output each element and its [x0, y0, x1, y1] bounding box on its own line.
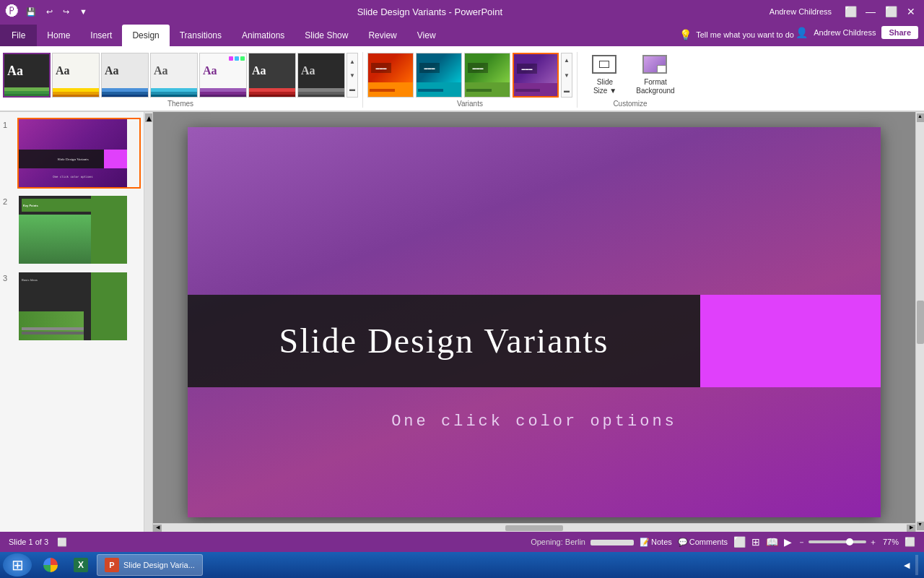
tab-transitions[interactable]: Transitions [170, 25, 232, 46]
variant-thumb-1[interactable]: ▬▬▬ [367, 53, 414, 98]
h-scroll-thumb[interactable] [505, 525, 563, 531]
slide-thumb-2[interactable]: Key Points [17, 194, 141, 265]
theme-thumb-4[interactable]: Aa [150, 53, 198, 98]
zoom-out-btn[interactable]: － [798, 537, 806, 548]
tab-file[interactable]: File [0, 25, 37, 46]
horizontal-scrollbar[interactable]: ◀ ▶ [153, 523, 915, 532]
tab-design[interactable]: Design [122, 25, 169, 46]
section-icon: ⬜ [57, 538, 67, 547]
slide-size-label: SlideSize ▼ [593, 78, 616, 95]
scroll-left-btn[interactable]: ◀ [153, 525, 162, 532]
theme-thumb-6[interactable]: Aa [248, 53, 296, 98]
slide-sorter-btn[interactable]: ⊞ [751, 536, 760, 548]
slide-canvas: Slide Design Variants One click color op… [188, 127, 881, 517]
taskbar-powerpoint[interactable]: P Slide Design Varia... [97, 554, 203, 576]
variants-group-label: Variants [367, 100, 572, 111]
comments-btn[interactable]: 💬 Comments [678, 538, 728, 547]
comments-icon: 💬 [678, 538, 688, 547]
canvas-area: ▲ Slide Design Variants One click color … [144, 112, 924, 532]
theme-thumb-1[interactable]: Aa [3, 53, 51, 98]
left-scrollbar[interactable]: ▲ [144, 112, 153, 532]
scroll-thumb[interactable] [917, 301, 924, 344]
main-area: 1 Slide Design Variants One click color … [0, 112, 924, 532]
user-icon: 👤 [796, 27, 808, 38]
scroll-right-btn[interactable]: ▶ [907, 525, 915, 532]
theme-thumb-5[interactable]: Aa [199, 53, 247, 98]
variants-scroll-more[interactable]: ▬ [562, 84, 572, 97]
taskbar: ⊞ X P Slide Design Varia... ◀ [0, 552, 924, 578]
slide-title: Slide Design Variants [279, 321, 609, 361]
taskbar-excel[interactable]: X [66, 554, 95, 576]
slide-subtitle: One click color options [188, 413, 881, 431]
zoom-level[interactable]: 77% [883, 538, 899, 546]
ribbon: File Home Insert Design Transitions Anim… [0, 23, 924, 112]
scroll-top-arrow[interactable]: ▲ [145, 113, 152, 122]
tab-insert[interactable]: Insert [80, 25, 122, 46]
scroll-more-icon[interactable]: ▬ [349, 82, 356, 95]
title-bar-left: 🅟 💾 ↩ ↪ ▼ [6, 4, 90, 20]
restore-btn[interactable]: ⬜ [843, 4, 858, 19]
notes-btn[interactable]: 📝 Notes [640, 538, 672, 547]
slide-number-1: 1 [3, 118, 13, 129]
variants-scroll-up[interactable]: ▲ [562, 53, 572, 66]
chrome-icon [43, 558, 58, 572]
taskbar-ppt-label: Slide Design Varia... [123, 561, 195, 569]
slide-item-2[interactable]: 2 Key Points [3, 194, 141, 265]
user-name-ribbon: Andrew Childress [814, 28, 876, 37]
zoom-in-btn[interactable]: ＋ [869, 537, 877, 548]
share-button[interactable]: Share [881, 26, 918, 39]
tab-review[interactable]: Review [358, 25, 406, 46]
close-btn[interactable]: ✕ [904, 4, 918, 19]
slide-thumb-1[interactable]: Slide Design Variants One click color op… [17, 118, 141, 189]
fit-slide-btn[interactable]: ⬜ [905, 537, 915, 547]
taskbar-chrome[interactable] [36, 554, 65, 576]
zoom-slider[interactable]: － ＋ [798, 537, 877, 548]
app-icon: 🅟 [6, 4, 19, 20]
tab-home[interactable]: Home [37, 25, 80, 46]
variant-thumb-2[interactable]: ▬▬▬ [416, 53, 462, 98]
scroll-up-icon[interactable]: ▲ [349, 55, 356, 68]
tab-animations[interactable]: Animations [232, 25, 295, 46]
format-background-button[interactable]: FormatBackground [631, 52, 680, 98]
redo-qat-btn[interactable]: ↪ [60, 6, 72, 18]
theme-thumb-7[interactable]: Aa [297, 53, 345, 98]
zoom-thumb[interactable] [846, 538, 853, 545]
scroll-bottom-btn[interactable]: ▼ [917, 522, 924, 530]
windows-logo: ⊞ [12, 556, 24, 574]
ribbon-content: Aa Aa Aa [0, 46, 924, 111]
variant-thumb-3[interactable]: ▬▬▬ [464, 53, 510, 98]
tab-slideshow[interactable]: Slide Show [295, 25, 358, 46]
scroll-top-btn[interactable]: ▲ [917, 113, 924, 122]
theme-thumb-3[interactable]: Aa [101, 53, 149, 98]
lightbulb-icon: 💡 [679, 29, 692, 40]
themes-scroll-buttons[interactable]: ▲ ▼ ▬ [346, 53, 358, 98]
tell-me-label[interactable]: Tell me what you want to do [696, 30, 794, 39]
right-scrollbar[interactable]: ▲ ▼ [915, 112, 924, 532]
zoom-track[interactable] [808, 540, 866, 543]
minimize-btn[interactable]: — [863, 4, 878, 19]
variants-scroll-down[interactable]: ▼ [562, 69, 572, 82]
slide-item-1[interactable]: 1 Slide Design Variants One click color … [3, 118, 141, 189]
slide-size-button[interactable]: SlideSize ▼ [580, 52, 629, 98]
notes-icon: 📝 [640, 538, 650, 547]
slide-1-preview: Slide Design Variants One click color op… [19, 119, 127, 187]
slide-thumb-3[interactable]: Basic Ideas [17, 271, 141, 342]
normal-view-btn[interactable]: ⬜ [733, 536, 746, 548]
variant-thumb-4[interactable]: ▬▬▬ [513, 53, 559, 98]
tell-me-area[interactable]: 💡 Tell me what you want to do [679, 29, 794, 40]
customize-qat-btn[interactable]: ▼ [77, 6, 90, 17]
tab-view[interactable]: View [407, 25, 446, 46]
variants-scroll[interactable]: ▲ ▼ ▬ [561, 53, 572, 98]
maximize-btn[interactable]: ⬜ [884, 4, 898, 19]
theme-thumb-2[interactable]: Aa [52, 53, 100, 98]
themes-group-label: Themes [3, 100, 358, 111]
start-button[interactable]: ⊞ [3, 553, 32, 577]
slideshow-btn[interactable]: ▶ [784, 536, 792, 548]
undo-qat-btn[interactable]: ↩ [43, 6, 56, 18]
reading-view-btn[interactable]: 📖 [766, 536, 778, 548]
taskbar-right: ◀ [904, 555, 921, 575]
slide-item-3[interactable]: 3 Basic Ideas [3, 271, 141, 342]
show-desktop-btn[interactable] [915, 555, 918, 575]
save-qat-btn[interactable]: 💾 [23, 6, 39, 18]
scroll-down-icon[interactable]: ▼ [349, 69, 356, 82]
